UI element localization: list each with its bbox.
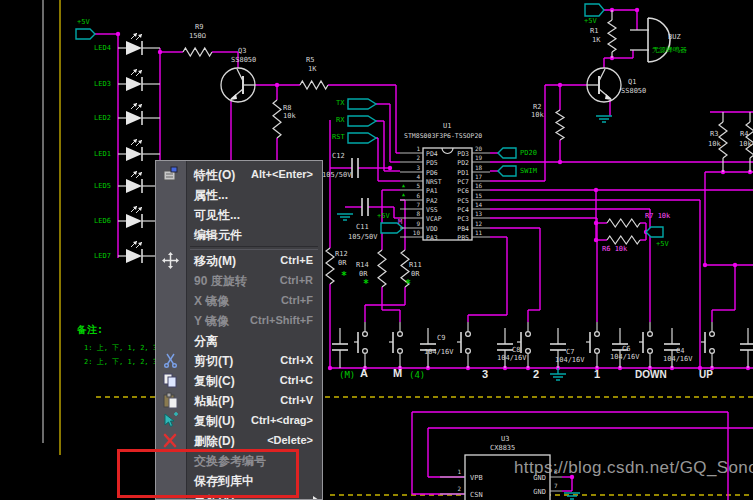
mcu-pin-number: 14	[475, 201, 483, 208]
u3-pin-name: VPB	[470, 474, 483, 482]
menu-item-shortcut: <Delete>	[267, 434, 313, 446]
menu-item-update[interactable]: 更新(A)	[156, 490, 322, 500]
buzzer-icon	[648, 18, 670, 62]
submenu-arrow-icon	[313, 496, 319, 500]
menu-item-label: 可见性...	[194, 207, 240, 224]
button-switch	[466, 332, 471, 337]
menu-item-label: 特性(O)	[194, 167, 235, 184]
menu-item-shortcut: Ctrl+E	[280, 254, 313, 266]
button-switch	[363, 349, 368, 354]
menu-item-label: 剪切(T)	[194, 353, 233, 370]
mcu-pin-number: 4	[416, 173, 420, 180]
mcu-pin-name: PC3	[457, 215, 469, 223]
junction-dot	[594, 238, 598, 242]
junction-dot	[388, 166, 392, 170]
menu-item-shortcut: Ctrl+Shift+F	[250, 314, 313, 326]
context-menu: 特性(O)Alt+<Enter>属性...可见性...编辑元件移动(M)Ctrl…	[155, 160, 323, 500]
mcu-pin-number: 16	[475, 182, 483, 189]
menu-item-break-apart[interactable]: 分离	[156, 330, 322, 350]
menu-item-rotate-90: 90 度旋转Ctrl+R	[156, 270, 322, 290]
resistor	[326, 248, 334, 284]
menu-item-shortcut: Ctrl+F	[281, 294, 313, 306]
junction-dot	[558, 160, 562, 164]
menu-item-cut[interactable]: 剪切(T)Ctrl+X	[156, 350, 322, 370]
resistor	[607, 236, 640, 244]
port-icon	[381, 223, 403, 233]
menu-item-label: 90 度旋转	[194, 273, 247, 290]
u3-pin-number: 7	[554, 482, 558, 489]
copy-drag-icon	[162, 412, 179, 429]
menu-item-label: 属性...	[194, 187, 228, 204]
mcu-pin-number: 7	[416, 201, 420, 208]
menu-item-shortcut: Ctrl+V	[280, 394, 313, 406]
mcu-pin-number: 12	[475, 220, 483, 227]
mcu-pin-name: PD3	[457, 150, 469, 158]
menu-item-visibility[interactable]: 可见性...	[156, 204, 322, 224]
button-switch	[710, 332, 715, 337]
port-icon	[498, 166, 516, 176]
mcu-pin-name: PD1	[457, 169, 469, 177]
menu-item-label: 粘贴(P)	[194, 393, 234, 410]
led-icon	[126, 77, 142, 91]
mcu-pin-name: PA1	[426, 187, 438, 195]
resistor	[378, 250, 386, 287]
port-icon	[348, 99, 376, 109]
junction-dot	[698, 366, 702, 370]
menu-item-swap-designators: 交换参考编号	[156, 450, 322, 470]
junction-dot	[328, 366, 332, 370]
menu-item-label: 复制(U)	[194, 413, 235, 430]
resistor	[746, 122, 753, 158]
port-icon	[585, 4, 604, 16]
led-icon	[126, 147, 142, 161]
menu-item-properties[interactable]: 特性(O)Alt+<Enter>	[156, 164, 322, 184]
mcu-pin-name: PB5	[457, 234, 469, 242]
menu-item-label: Y 镜像	[194, 313, 229, 330]
junction-dot	[635, 8, 639, 12]
button-switch	[648, 332, 653, 337]
schematic-canvas[interactable]: 1PD42PD53PD64NRST5PA16PA27VSS8VCAP9VDD10…	[0, 0, 753, 500]
resistor	[300, 81, 328, 89]
mcu-pin-number: 13	[475, 210, 483, 217]
menu-item-shortcut: Ctrl+R	[280, 274, 313, 286]
button-switch	[710, 349, 715, 354]
mcu-pin-name: VSS	[426, 206, 438, 214]
mcu-pin-name: PC6	[457, 187, 469, 195]
menu-item-label: 删除(D)	[194, 433, 235, 450]
port-icon	[348, 116, 376, 126]
menu-item-label: 更新(A)	[194, 493, 235, 500]
mcu-pin-number: 5	[416, 182, 420, 189]
paste-icon	[162, 392, 179, 409]
led-icon	[126, 41, 142, 55]
mcu-pin-name: PC7	[457, 178, 469, 186]
menu-item-delete[interactable]: 删除(D)<Delete>	[156, 430, 322, 450]
junction-dot	[594, 188, 598, 192]
mcu-pin-name: PD6	[426, 169, 438, 177]
mcu-pin-number: 3	[416, 164, 420, 171]
menu-item-shortcut: Ctrl+<drag>	[251, 414, 313, 426]
mcu-pin-number: 1	[416, 145, 420, 152]
menu-item-label: X 镜像	[194, 293, 229, 310]
menu-item-duplicate[interactable]: 复制(U)Ctrl+<drag>	[156, 410, 322, 430]
menu-item-attributes[interactable]: 属性...	[156, 184, 322, 204]
menu-item-copy[interactable]: 复制(C)Ctrl+C	[156, 370, 322, 390]
port-icon	[498, 148, 516, 158]
menu-item-paste[interactable]: 粘贴(P)Ctrl+V	[156, 390, 322, 410]
button-switch	[398, 349, 403, 354]
menu-item-edit-component[interactable]: 编辑元件	[156, 224, 322, 244]
mcu-pin-name: PA3	[426, 234, 438, 242]
watermark: https://blog.csdn.net/GQ_Sonofgod	[514, 458, 753, 478]
u3-pin-name: CSN	[470, 491, 483, 499]
transistor-icon	[230, 94, 237, 100]
menu-item-move[interactable]: 移动(M)Ctrl+E	[156, 250, 322, 270]
delete-icon	[162, 432, 179, 449]
junction-dot	[594, 221, 598, 225]
junction-dot	[116, 32, 120, 36]
resistor	[273, 100, 281, 138]
menu-item-save-to-library[interactable]: 保存到库中	[156, 470, 322, 490]
mcu-pin-number: 2	[416, 154, 420, 161]
junction-dot	[558, 83, 562, 87]
button-switch	[595, 332, 600, 337]
u3-pin-name: GND	[533, 488, 546, 496]
led-icon	[126, 111, 142, 125]
mcu-pin-number: 19	[475, 154, 483, 161]
